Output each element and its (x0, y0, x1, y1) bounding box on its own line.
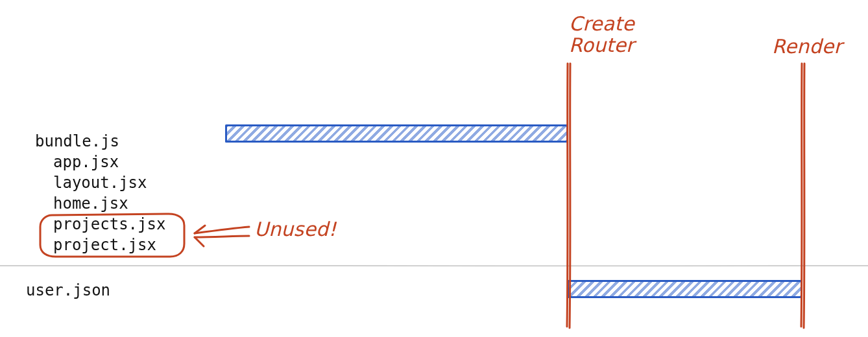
annotation-unused-text: Unused! (254, 218, 337, 240)
file-project: project.jsx (35, 236, 156, 254)
file-home: home.jsx (35, 194, 128, 213)
bar-bundle (226, 125, 568, 142)
file-projects: projects.jsx (35, 215, 165, 233)
file-layout: layout.jsx (35, 174, 147, 192)
bar-user (568, 281, 802, 297)
label-render-text: Render (772, 35, 842, 58)
file-user: user.json (26, 281, 110, 299)
diagram-stage: { "files": { "bundle": "bundle.js", "app… (0, 0, 868, 337)
label-render: Render (772, 36, 842, 57)
file-app: app.jsx (35, 153, 119, 171)
file-bundle: bundle.js (35, 132, 119, 150)
annotation-unused: Unused! (254, 218, 337, 240)
label-create-router-line2: Router (569, 34, 634, 56)
arrow-unused (195, 226, 249, 246)
divider-line (0, 266, 868, 266)
label-create-router: Create Router (569, 13, 634, 56)
label-create-router-line1: Create (569, 12, 634, 35)
